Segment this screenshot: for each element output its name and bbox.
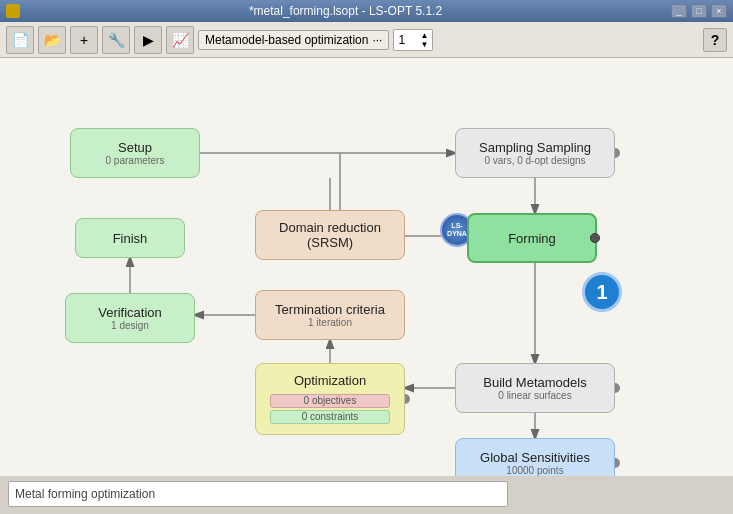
setup-title: Setup xyxy=(118,140,152,155)
finish-title: Finish xyxy=(113,231,148,246)
lsdyna-text: LS-DYNA xyxy=(447,222,467,237)
dropdown-dots: ··· xyxy=(372,33,382,47)
build-metamodels-subtitle: 0 linear surfaces xyxy=(498,390,571,401)
optimization-title: Optimization xyxy=(294,373,366,388)
setup-node[interactable]: Setup 0 parameters xyxy=(70,128,200,178)
callout-badge: 1 xyxy=(582,272,622,312)
constraints-bar: 0 constraints xyxy=(270,410,390,424)
global-title: Global Sensitivities xyxy=(480,450,590,465)
close-button[interactable]: × xyxy=(711,4,727,18)
chart-button[interactable]: 📈 xyxy=(166,26,194,54)
mode-label: Metamodel-based optimization xyxy=(205,33,368,47)
termination-subtitle: 1 iteration xyxy=(308,317,352,328)
spinner-up[interactable]: ▲ xyxy=(421,31,429,40)
minimize-button[interactable]: _ xyxy=(671,4,687,18)
title-bar: *metal_forming.lsopt - LS-OPT 5.1.2 _ □ … xyxy=(0,0,733,22)
setup-subtitle: 0 parameters xyxy=(106,155,165,166)
domain-title2: (SRSM) xyxy=(307,235,353,250)
sampling-node[interactable]: Sampling Sampling 0 vars, 0 d-opt design… xyxy=(455,128,615,178)
mode-dropdown[interactable]: Metamodel-based optimization ··· xyxy=(198,30,389,50)
spinner-down[interactable]: ▼ xyxy=(421,40,429,49)
bottom-area: Metal forming optimization xyxy=(0,476,733,512)
verification-subtitle: 1 design xyxy=(111,320,149,331)
finish-node[interactable]: Finish xyxy=(75,218,185,258)
sampling-title: Sampling Sampling xyxy=(479,140,591,155)
objectives-bar: 0 objectives xyxy=(270,394,390,408)
description-textbox[interactable]: Metal forming optimization xyxy=(8,481,508,507)
description-text: Metal forming optimization xyxy=(15,487,155,501)
window-title: *metal_forming.lsopt - LS-OPT 5.1.2 xyxy=(20,4,671,18)
canvas-area: Setup 0 parameters Finish Verification 1… xyxy=(0,58,733,476)
spinner-value: 1 xyxy=(398,33,405,47)
verification-title: Verification xyxy=(98,305,162,320)
maximize-button[interactable]: □ xyxy=(691,4,707,18)
toolbar: 📄 📂 + 🔧 ▶ 📈 Metamodel-based optimization… xyxy=(0,22,733,58)
app-icon xyxy=(6,4,20,18)
optimization-bars: 0 objectives 0 constraints xyxy=(270,392,390,426)
termination-title: Termination criteria xyxy=(275,302,385,317)
run-button[interactable]: ▶ xyxy=(134,26,162,54)
new-button[interactable]: 📄 xyxy=(6,26,34,54)
sampling-subtitle: 0 vars, 0 d-opt designs xyxy=(484,155,585,166)
domain-reduction-node[interactable]: Domain reduction (SRSM) xyxy=(255,210,405,260)
build-metamodels-node[interactable]: Build Metamodels 0 linear surfaces xyxy=(455,363,615,413)
objectives-label: 0 objectives xyxy=(304,395,357,406)
build-metamodels-title: Build Metamodels xyxy=(483,375,586,390)
help-button[interactable]: ? xyxy=(703,28,727,52)
window-controls[interactable]: _ □ × xyxy=(671,4,727,18)
constraints-label: 0 constraints xyxy=(302,411,359,422)
domain-title: Domain reduction xyxy=(279,220,381,235)
global-sensitivities-node[interactable]: Global Sensitivities 10000 points xyxy=(455,438,615,476)
tools-button[interactable]: 🔧 xyxy=(102,26,130,54)
forming-connector xyxy=(590,233,600,243)
iteration-spinner[interactable]: 1 ▲ ▼ xyxy=(393,29,433,51)
add-button[interactable]: + xyxy=(70,26,98,54)
callout-number: 1 xyxy=(596,281,607,304)
open-button[interactable]: 📂 xyxy=(38,26,66,54)
forming-node[interactable]: Forming xyxy=(467,213,597,263)
optimization-node[interactable]: Optimization 0 objectives 0 constraints xyxy=(255,363,405,435)
global-subtitle: 10000 points xyxy=(506,465,563,476)
forming-title: Forming xyxy=(508,231,556,246)
verification-node[interactable]: Verification 1 design xyxy=(65,293,195,343)
termination-node[interactable]: Termination criteria 1 iteration xyxy=(255,290,405,340)
